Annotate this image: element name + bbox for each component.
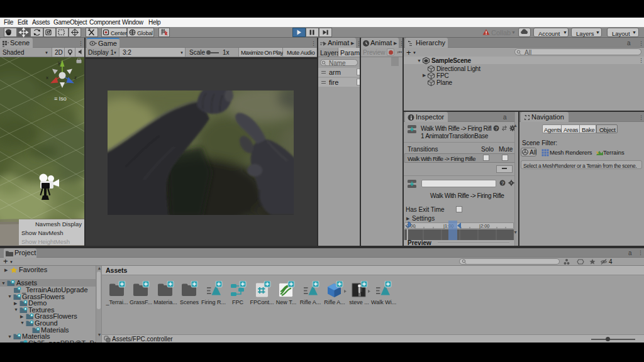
svg-text:?: ? bbox=[495, 126, 498, 131]
svg-text:x: x bbox=[46, 75, 48, 80]
svg-text:y: y bbox=[58, 60, 60, 65]
svg-text:?: ? bbox=[501, 180, 504, 186]
svg-text:z: z bbox=[74, 75, 77, 80]
